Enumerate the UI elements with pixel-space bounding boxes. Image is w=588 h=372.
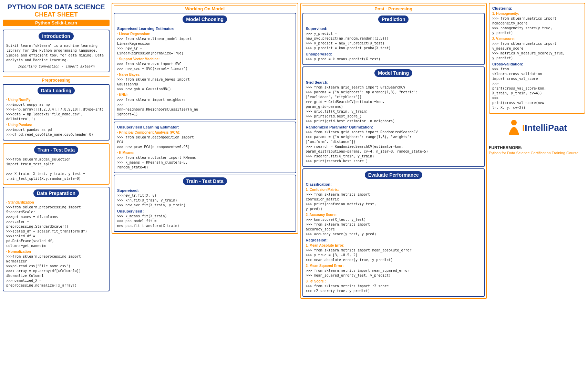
numpy-code: >>>import numpy as np >>>a=np.array([[1,… — [6, 102, 106, 122]
main-title: PYTHON FOR DATA SCIENCE — [3, 3, 110, 11]
linear-reg-label: · Linear Regression: — [117, 32, 293, 36]
introduction-body: Scikit-learn:"sklearn" is a machine lear… — [6, 43, 106, 63]
pred-unsupervised-code: >>> y_pred = k_means.predict(X_test) — [306, 57, 482, 62]
evaluate-title: Evaluate Performance — [365, 171, 422, 179]
supervised-fit-code: >>>new_lr.fit(X, y) >>> knn.fit(X_train,… — [117, 193, 293, 208]
norm-code: >>>from sklearn.preprocessing import Nor… — [6, 254, 106, 288]
model-tuning-title: Model Tuning — [374, 69, 412, 77]
furthermore-link: Python for Data Science Certification Tr… — [489, 151, 585, 155]
kmeans-label: · K Means: — [117, 151, 293, 155]
model-choosing-box: Model Choosing Supervised Learning Estim… — [114, 13, 296, 120]
vmeasure-code: >>> from sklearn.metrics import v_measur… — [492, 41, 582, 61]
random-opt-code: >>> from sklearn.grid_search import Rand… — [306, 130, 482, 164]
vmeasure-label: 2. V-measure: — [492, 37, 582, 41]
clustering-box: Clustering: 1. Homogeneity: >>> from skl… — [489, 3, 585, 114]
confusion-label: 1. Confusion Matrix: — [306, 188, 482, 192]
post-processing-label: Post - Processing — [302, 5, 485, 11]
page-container: PYTHON FOR DATA SCIENCE CHEAT SHEET Pyth… — [0, 0, 588, 302]
grid-search-label: Grid Search: — [306, 80, 482, 84]
prediction-title: Prediction — [378, 16, 409, 23]
mse-label: 2. Mean Squared Error: — [306, 264, 482, 268]
unsupervised-box: Unsupervised Learning Estimator: · Princ… — [114, 122, 296, 173]
confusion-code: >>> from sklearn.metrics import confusio… — [306, 192, 482, 211]
train-test-col2-box: Train - Test Data Supervised: >>>new_lr.… — [114, 175, 296, 232]
introduction-import: Importing Convention - import sklearn — [6, 64, 106, 69]
working-model-wrapper: Working On Model Model Choosing Supervis… — [112, 3, 298, 234]
pca-code: >>> from sklearn.decomposition import PC… — [117, 135, 293, 149]
pred-unsupervised-label: Unsupervised: — [306, 52, 482, 56]
intellipaat-logo: IIntelliPaat — [489, 119, 585, 136]
python-scikit-badge: Python Scikit-Learn — [3, 20, 110, 26]
regression-label: Regression: — [306, 238, 482, 242]
pandas-label: · Using Pandas: — [6, 123, 106, 127]
data-prep-box: Data Preparation · Standardization >>>fr… — [3, 187, 110, 291]
random-opt-label: Randomized Parameter Optimization: — [306, 125, 482, 129]
supervised-estimator-label: Supervised Learning Estimator: — [117, 27, 293, 31]
pca-label: · Principal Component Analysis (PCA): — [117, 131, 293, 134]
unsupervised-fit-code: >>> k_means.fit(X_train) >>> pca_model_f… — [117, 214, 293, 228]
data-prep-title: Data Preparation — [33, 189, 79, 197]
naive-label: · Naive Bayes: — [117, 73, 293, 76]
train-test-box: Train - Test Data >>>from sklearn.model_… — [3, 143, 110, 185]
unsupervised-fit-label: Unsupervised : — [117, 209, 293, 213]
model-choosing-title: Model Choosing — [183, 16, 227, 23]
homogeneity-code: >>> from sklearn.metrics import homogene… — [492, 16, 582, 35]
knn-label: · KNN: — [117, 93, 293, 97]
svg-point-0 — [511, 120, 517, 125]
mae-code: >>> from sklearn.metrics import mean_abs… — [306, 248, 482, 262]
logo-rest: IntelliPaat — [525, 123, 567, 133]
column-4: Clustering: 1. Homogeneity: >>> from skl… — [489, 3, 585, 299]
introduction-title: Introduction — [39, 32, 74, 40]
unsupervised-estimator-label: Unsupervised Learning Estimator: — [117, 125, 293, 129]
intellipaat-icon — [507, 119, 521, 136]
working-model-label: Working On Model — [114, 5, 296, 11]
column-2: Working On Model Model Choosing Supervis… — [112, 3, 298, 299]
train-test-code: >>>from sklearn.model_selection import t… — [6, 157, 106, 181]
cv-label: Cross-validation: — [492, 62, 582, 66]
svm-label: · Support Vector Machine: — [117, 57, 293, 61]
model-tuning-box: Model Tuning Grid Search: >>> from sklea… — [302, 66, 485, 167]
norm-label: · Normalization — [6, 250, 106, 254]
accuracy-code: >>> knn.score(X_test, y_test) >>> from s… — [306, 217, 482, 237]
clustering-title: Clustering: — [492, 6, 582, 10]
column-3: Post - Processing Prediction Supervised:… — [300, 3, 487, 299]
numpy-label: · Using NumPy: — [6, 98, 106, 102]
accuracy-label: 2. Accuracy Score: — [306, 213, 482, 217]
pred-supervised-label: Supervised: — [306, 27, 482, 31]
cv-code: >>> from sklearn.cross_validation import… — [492, 67, 582, 110]
data-loading-box: Data Loading · Using NumPy: >>>import nu… — [3, 84, 110, 141]
supervised-fit-label: Supervised: — [117, 188, 293, 193]
svm-code: >>> from sklearn.svm import SVC >>> new_… — [117, 62, 293, 71]
cheat-sheet-label: CHEAT SHEET — [3, 11, 110, 18]
header: PYTHON FOR DATA SCIENCE CHEAT SHEET Pyth… — [3, 3, 110, 28]
kmeans-code: >>> from sklearn.cluster import KMeans >… — [117, 155, 293, 170]
furthermore-label: FURTHERMORE: — [489, 145, 585, 150]
data-loading-title: Data Loading — [38, 87, 75, 94]
homogeneity-label: 1. Homogeneity: — [492, 12, 582, 16]
column-1: PYTHON FOR DATA SCIENCE CHEAT SHEET Pyth… — [3, 3, 110, 299]
mae-label: 1. Mean Absolute Error: — [306, 244, 482, 247]
train-test-col2-title: Train - Test Data — [183, 177, 227, 185]
prediction-box: Prediction Supervised: >>> y_predict = n… — [302, 13, 485, 65]
preprocessing-section: Preprocessing Data Loading · Using NumPy… — [3, 75, 110, 141]
post-processing-wrapper: Post - Processing Prediction Supervised:… — [300, 3, 487, 299]
pred-supervised-code: >>> y_predict = new_svc.predict(np.rando… — [306, 31, 482, 51]
preprocessing-label: Preprocessing — [3, 76, 110, 83]
classification-label: Classification: — [306, 182, 482, 186]
evaluate-box: Evaluate Performance Classification: 1. … — [302, 168, 485, 297]
train-test-title: Train - Test Data — [34, 146, 78, 154]
r2-code: >>> from sklearn.metrics import r2_score… — [306, 284, 482, 293]
knn-code: >>> from sklearn import neighbors >>> kn… — [117, 97, 293, 117]
linear-reg-code: >>> from sklearn.linear_model import Lin… — [117, 37, 293, 56]
naive-code: >>> from sklearn.naive_bayes import Gaus… — [117, 77, 293, 92]
r2-label: 3. R² Score : — [306, 279, 482, 283]
std-code: >>>from sklearn.preprocessing import Sta… — [6, 205, 106, 248]
mse-code: >>> from sklearn.metrics import mean_squ… — [306, 268, 482, 278]
furthermore-section: FURTHERMORE: Python for Data Science Cer… — [489, 145, 585, 156]
logo-text: IIntelliPaat — [522, 123, 567, 133]
std-label: · Standardization — [6, 200, 106, 204]
grid-search-code: >>> from sklearn.grid_search import Grid… — [306, 85, 482, 124]
pandas-code: >>>import pandas as pd >>>df=pd.read_csv… — [6, 127, 106, 137]
introduction-box: Introduction Scikit-learn:"sklearn" is a… — [3, 30, 110, 72]
